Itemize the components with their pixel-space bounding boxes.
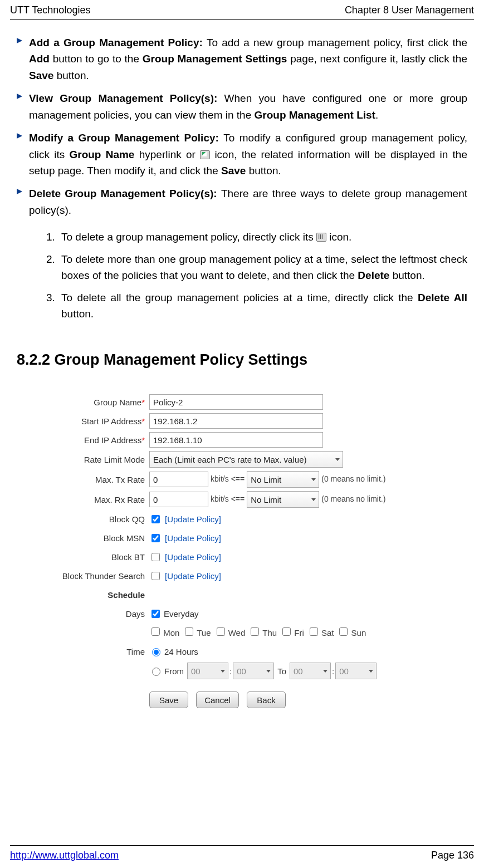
from-min-select[interactable] [233, 663, 274, 679]
from-hour-select[interactable] [187, 663, 228, 679]
arrow-bullet-icon [17, 185, 29, 218]
required-icon: * [141, 398, 145, 407]
list-item: To delete more than one group management… [58, 251, 467, 284]
mon-checkbox[interactable] [151, 627, 160, 636]
label-block-bt: Block BT [47, 551, 149, 563]
tue-label: Tue [197, 628, 211, 637]
to-hour-select[interactable] [290, 663, 331, 679]
sun-label: Sun [351, 628, 366, 637]
list-item: To delete all the group management polic… [58, 290, 467, 322]
label-block-msn: Block MSN [47, 532, 149, 545]
sun-checkbox[interactable] [339, 627, 348, 636]
from-radio[interactable] [152, 668, 160, 676]
label-max-rx: Max. Rx Rate [47, 493, 149, 506]
mon-label: Mon [163, 628, 179, 637]
from-label: From [164, 665, 184, 678]
group-name-input[interactable] [149, 394, 323, 410]
bullet-title: Modify a Group Management Policy: [29, 132, 223, 144]
update-policy-link[interactable]: [Update Policy] [165, 513, 221, 526]
bullet-title: View Group Management Policy(s): [29, 92, 224, 104]
delete-icon [316, 233, 326, 242]
everyday-checkbox[interactable] [151, 610, 160, 618]
delete-steps-list: To delete a group management policy, dir… [36, 229, 467, 322]
label-end-ip: End IP Address [84, 435, 141, 445]
bullet-add-policy: Add a Group Management Policy: To add a … [17, 35, 467, 84]
save-button[interactable]: Save [149, 692, 188, 708]
required-icon: * [141, 435, 145, 445]
arrow-bullet-icon [17, 90, 29, 123]
header-left: UTT Technologies [10, 3, 90, 18]
note-zero: (0 means no limit.) [321, 493, 385, 506]
label-block-thunder: Block Thunder Search [47, 570, 149, 582]
arrow-icon: <== [231, 473, 245, 486]
page-number: Page 136 [431, 848, 474, 864]
block-bt-checkbox[interactable] [151, 553, 160, 561]
24hours-radio[interactable] [152, 648, 160, 656]
label-start-ip: Start IP Address [81, 416, 141, 426]
page-header: UTT Technologies Chapter 8 User Manageme… [10, 3, 474, 20]
wed-checkbox[interactable] [217, 627, 225, 636]
start-ip-input[interactable] [149, 413, 323, 429]
arrow-bullet-icon [17, 130, 29, 179]
arrow-bullet-icon [17, 35, 29, 84]
policy-form: Group Name* Start IP Address* End IP Add… [47, 394, 467, 708]
24hours-label: 24 Hours [164, 645, 198, 658]
rx-limit-select[interactable] [247, 491, 319, 508]
bullet-title: Delete Group Management Policy(s): [29, 188, 221, 199]
rate-mode-select[interactable] [149, 451, 343, 468]
max-rx-input[interactable] [149, 492, 208, 507]
block-msn-checkbox[interactable] [151, 534, 160, 542]
sat-checkbox[interactable] [310, 627, 318, 636]
header-right: Chapter 8 User Management [345, 3, 474, 18]
bullet-delete-policy: Delete Group Management Policy(s): There… [17, 185, 467, 218]
thu-label: Thu [262, 628, 277, 637]
wed-label: Wed [228, 628, 246, 637]
sat-label: Sat [321, 628, 334, 637]
back-button[interactable]: Back [247, 692, 286, 708]
update-policy-link[interactable]: [Update Policy] [165, 532, 221, 545]
bullet-title: Add a Group Management Policy: [29, 37, 207, 48]
to-min-select[interactable] [335, 663, 377, 679]
bullet-view-policy: View Group Management Policy(s): When yo… [17, 90, 467, 123]
note-zero: (0 means no limit.) [321, 473, 385, 486]
block-qq-checkbox[interactable] [151, 515, 160, 523]
label-days: Days [47, 607, 149, 620]
bullet-modify-policy: Modify a Group Management Policy: To mod… [17, 130, 467, 179]
update-policy-link[interactable]: [Update Policy] [165, 551, 221, 563]
label-schedule: Schedule [47, 589, 149, 601]
required-icon: * [141, 416, 145, 426]
label-block-qq: Block QQ [47, 513, 149, 526]
block-thunder-checkbox[interactable] [151, 572, 160, 580]
cancel-button[interactable]: Cancel [196, 692, 239, 708]
thu-checkbox[interactable] [251, 627, 259, 636]
tx-limit-select[interactable] [247, 471, 319, 488]
label-group-name: Group Name [94, 398, 141, 407]
label-max-tx: Max. Tx Rate [47, 473, 149, 486]
end-ip-input[interactable] [149, 432, 323, 448]
label-rate-mode: Rate Limit Mode [47, 453, 149, 466]
unit-kbit: kbit/s [211, 493, 229, 506]
section-heading: 8.2.2 Group Management Policy Settings [17, 349, 467, 372]
footer-url-link[interactable]: http://www.uttglobal.com [10, 848, 119, 864]
fri-label: Fri [294, 628, 304, 637]
tue-checkbox[interactable] [185, 627, 193, 636]
list-item: To delete a group management policy, dir… [58, 229, 467, 245]
max-tx-input[interactable] [149, 472, 208, 487]
edit-icon [200, 150, 210, 159]
arrow-icon: <== [231, 493, 245, 506]
fri-checkbox[interactable] [282, 627, 291, 636]
page-footer: http://www.uttglobal.com Page 136 [10, 845, 474, 864]
update-policy-link[interactable]: [Update Policy] [165, 570, 221, 582]
to-label: To [277, 665, 286, 678]
everyday-label: Everyday [164, 607, 199, 620]
label-time: Time [47, 645, 149, 658]
unit-kbit: kbit/s [211, 473, 229, 486]
